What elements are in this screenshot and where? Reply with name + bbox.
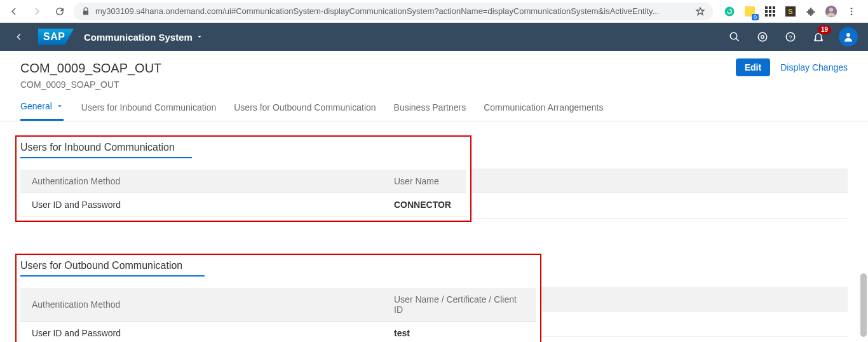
svg-point-13	[851, 10, 853, 12]
ext-icon-yellow[interactable]: 0	[743, 5, 756, 18]
cell-auth: User ID and Password	[20, 322, 383, 343]
shell-header: SAP Communication System ? 19	[0, 23, 868, 51]
display-changes-link[interactable]: Display Changes	[780, 62, 848, 72]
browser-extensions: 0 S	[718, 5, 863, 18]
outbound-users-table: Authentication Method User Name / Certif…	[20, 288, 536, 342]
section-inbound-users: Users for Inbound Communication Authenti…	[20, 135, 848, 222]
search-icon[interactable]	[727, 29, 742, 44]
ext-badge: 0	[752, 14, 759, 20]
cell-auth: User ID and Password	[20, 193, 383, 217]
page-subtitle: COM_0009_SOAP_OUT	[20, 79, 848, 90]
highlight-box-outbound: Users for Outbound Communication Authent…	[15, 254, 541, 342]
svg-point-15	[730, 32, 737, 39]
svg-point-14	[851, 13, 853, 15]
page-content: COM_0009_SOAP_OUT COM_0009_SOAP_OUT Edit…	[0, 51, 868, 342]
svg-rect-3	[773, 6, 775, 9]
profile-avatar-icon[interactable]	[825, 5, 837, 18]
section-title: Users for Outbound Communication	[20, 260, 182, 277]
svg-rect-9	[773, 14, 775, 17]
highlight-box-inbound: Users for Inbound Communication Authenti…	[15, 135, 471, 222]
tab-label: General	[20, 101, 52, 111]
svg-rect-6	[773, 10, 775, 13]
scrollbar-thumb[interactable]	[860, 273, 867, 337]
notification-badge: 19	[818, 25, 831, 34]
edit-button[interactable]: Edit	[736, 58, 770, 76]
svg-rect-5	[769, 10, 771, 13]
section-outbound-users: Users for Outbound Communication Authent…	[20, 254, 848, 342]
sap-logo[interactable]: SAP	[38, 29, 74, 45]
table-header-auth: Authentication Method	[20, 288, 383, 322]
browser-toolbar: my303109.s4hana.ondemand.com/ui#Communic…	[0, 0, 868, 23]
user-avatar[interactable]	[839, 27, 858, 46]
tab-outbound-users[interactable]: Users for Outbound Communication	[234, 101, 376, 121]
table-row[interactable]: User ID and Password CONNECTOR	[20, 193, 466, 217]
shell-app-title-text: Communication System	[84, 32, 193, 43]
tab-label: Users for Inbound Communication	[81, 102, 216, 113]
svg-point-21	[846, 33, 850, 37]
svg-rect-2	[769, 6, 771, 9]
url-text: my303109.s4hana.ondemand.com/ui#Communic…	[95, 6, 690, 16]
tab-label: Communication Arrangements	[484, 102, 603, 113]
browser-forward-button[interactable]	[28, 3, 46, 20]
section-title: Users for Inbound Communication	[20, 142, 175, 158]
inbound-users-table: Authentication Method User Name User ID …	[20, 170, 466, 217]
browser-url-bar[interactable]: my303109.s4hana.ondemand.com/ui#Communic…	[74, 3, 713, 20]
notification-icon[interactable]: 19	[811, 29, 826, 44]
browser-menu-icon[interactable]	[845, 5, 858, 18]
svg-rect-1	[765, 6, 768, 9]
tab-comm-arrangements[interactable]: Communication Arrangements	[484, 101, 603, 121]
table-header-auth: Authentication Method	[20, 170, 383, 193]
tab-label: Users for Outbound Communication	[234, 102, 376, 113]
browser-back-button[interactable]	[5, 3, 23, 20]
shell-app-title[interactable]: Communication System	[84, 32, 203, 43]
help-icon[interactable]: ?	[783, 29, 798, 44]
svg-point-17	[758, 32, 767, 41]
browser-reload-button[interactable]	[51, 3, 69, 20]
object-header: COM_0009_SOAP_OUT COM_0009_SOAP_OUT Edit…	[0, 51, 868, 90]
svg-point-11	[829, 8, 834, 12]
ext-icon-grid[interactable]	[764, 5, 776, 18]
tab-general[interactable]: General	[20, 101, 64, 121]
cell-user: CONNECTOR	[383, 193, 466, 217]
tab-strip: General Users for Inbound Communication …	[0, 90, 868, 121]
svg-rect-8	[769, 14, 771, 17]
tab-label: Business Partners	[394, 102, 466, 113]
svg-rect-7	[765, 14, 768, 17]
star-icon[interactable]	[695, 6, 705, 17]
extensions-puzzle-icon[interactable]	[804, 5, 817, 18]
cell-user: test	[383, 322, 536, 343]
svg-point-0	[725, 6, 735, 16]
tab-inbound-users[interactable]: Users for Inbound Communication	[81, 101, 216, 121]
copilot-icon[interactable]	[755, 29, 770, 44]
svg-line-16	[736, 38, 739, 41]
page-title: COM_0009_SOAP_OUT	[20, 61, 848, 76]
svg-text:?: ?	[789, 34, 792, 41]
lock-icon	[81, 7, 90, 16]
tab-business-partners[interactable]: Business Partners	[394, 101, 466, 121]
chevron-down-icon	[196, 34, 203, 40]
ext-icon-s[interactable]: S	[784, 5, 797, 18]
grammarly-ext-icon[interactable]	[723, 5, 736, 18]
table-header-user: User Name	[383, 170, 466, 193]
table-row[interactable]: User ID and Password test	[20, 322, 536, 343]
svg-point-12	[851, 8, 853, 10]
svg-point-18	[761, 36, 764, 39]
table-header-user: User Name / Certificate / Client ID	[383, 288, 536, 322]
chevron-down-icon	[56, 102, 64, 110]
svg-rect-4	[765, 10, 768, 13]
shell-back-button[interactable]	[10, 28, 28, 46]
